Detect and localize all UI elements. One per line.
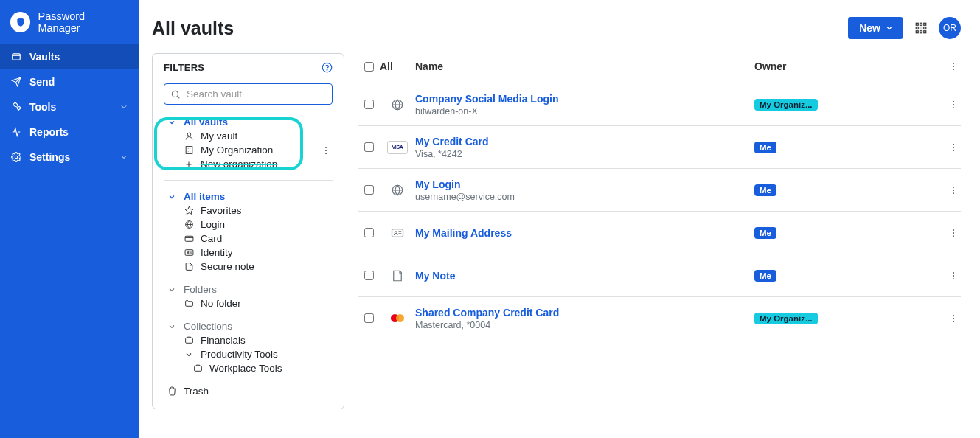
- filter-collection-financials[interactable]: Financials: [164, 333, 333, 347]
- row-options-button[interactable]: [946, 97, 961, 112]
- filter-folders-header[interactable]: Folders: [164, 282, 333, 296]
- search-input[interactable]: [164, 83, 333, 105]
- filter-all-items[interactable]: All items: [164, 190, 333, 204]
- nav-item-settings[interactable]: Settings: [0, 145, 139, 170]
- nav-item-tools[interactable]: Tools: [0, 94, 139, 119]
- search-icon: [170, 89, 181, 100]
- item-link[interactable]: My Credit Card: [415, 136, 754, 147]
- filter-secure-note[interactable]: Secure note: [164, 260, 333, 274]
- globe-icon: [183, 220, 195, 229]
- chevron-down-icon: [183, 350, 195, 359]
- row-checkbox[interactable]: [364, 142, 374, 152]
- row-options-button[interactable]: [946, 268, 961, 283]
- filter-all-vaults[interactable]: All vaults: [164, 115, 333, 129]
- table-row: VISA My Credit Card Visa, *4242 Me: [358, 125, 961, 168]
- page-title: All vaults: [152, 18, 234, 39]
- row-checkbox[interactable]: [364, 271, 374, 280]
- divider: [164, 180, 333, 181]
- new-button[interactable]: New: [848, 17, 903, 39]
- filter-trash[interactable]: Trash: [164, 384, 333, 398]
- row-checkbox-cell: [358, 185, 380, 195]
- item-link[interactable]: My Login: [415, 178, 754, 190]
- filter-collections-header[interactable]: Collections: [164, 319, 333, 333]
- row-options-button[interactable]: [946, 226, 961, 240]
- filter-vault-options[interactable]: [321, 145, 333, 156]
- filter-identity[interactable]: Identity: [164, 246, 333, 260]
- row-options-button[interactable]: [946, 311, 961, 326]
- item-name-cell: Company Social Media Login bitwarden-on-…: [415, 93, 754, 117]
- item-link[interactable]: Shared Company Credit Card: [415, 307, 754, 319]
- header-options[interactable]: [946, 59, 961, 74]
- row-checkbox-cell: [358, 142, 380, 152]
- filter-card[interactable]: Card: [164, 232, 333, 246]
- svg-point-49: [953, 318, 954, 319]
- filter-label: All vaults: [184, 117, 228, 128]
- owner-badge: Me: [754, 227, 776, 239]
- item-name-cell: Shared Company Credit Card Mastercard, *…: [415, 307, 754, 330]
- row-checkbox[interactable]: [364, 313, 374, 323]
- svg-point-12: [327, 69, 327, 70]
- table-row: Shared Company Credit Card Mastercard, *…: [358, 296, 961, 339]
- identity-icon: [183, 248, 195, 257]
- nav-item-reports[interactable]: Reports: [0, 119, 139, 145]
- filter-new-organization[interactable]: New organization: [164, 157, 333, 171]
- gear-icon: [10, 152, 22, 162]
- item-owner-cell: My Organiz...: [754, 98, 946, 111]
- card-icon: [183, 234, 195, 243]
- svg-point-17: [325, 150, 327, 151]
- item-subtitle: bitwarden-on-X: [415, 106, 754, 117]
- item-link[interactable]: My Mailing Address: [415, 227, 754, 239]
- filter-collection-workplace[interactable]: Workplace Tools: [164, 361, 333, 375]
- item-link[interactable]: Company Social Media Login: [415, 93, 754, 105]
- item-link[interactable]: My Note: [415, 270, 754, 282]
- filter-header: FILTERS: [153, 54, 344, 80]
- row-checkbox[interactable]: [364, 185, 374, 195]
- svg-rect-10: [924, 31, 926, 33]
- item-owner-cell: Me: [754, 141, 946, 153]
- row-options-button[interactable]: [946, 183, 961, 198]
- svg-point-43: [953, 232, 954, 234]
- item-owner-cell: Me: [754, 269, 946, 282]
- filter-label: Card: [201, 233, 222, 244]
- help-icon[interactable]: [322, 62, 333, 73]
- header-all[interactable]: All: [380, 60, 415, 72]
- filter-my-vault[interactable]: My vault: [164, 129, 333, 143]
- filter-no-folder[interactable]: No folder: [164, 296, 333, 310]
- row-checkbox-cell: [358, 100, 380, 109]
- row-checkbox[interactable]: [364, 100, 374, 109]
- send-icon: [10, 77, 22, 87]
- avatar[interactable]: OR: [939, 17, 961, 39]
- nav-item-vaults[interactable]: Vaults: [0, 44, 139, 69]
- item-type-icon: [380, 312, 415, 325]
- svg-point-27: [953, 66, 954, 67]
- svg-point-13: [172, 91, 178, 97]
- table-row: My Note Me: [358, 254, 961, 296]
- select-all-checkbox[interactable]: [364, 62, 374, 72]
- filter-label: Favorites: [201, 205, 242, 216]
- filter-body: All vaults My vault My Organization: [153, 80, 344, 409]
- row-checkbox[interactable]: [364, 228, 374, 237]
- svg-rect-7: [924, 27, 926, 29]
- item-name-cell: My Login username@service.com: [415, 178, 754, 202]
- header-owner[interactable]: Owner: [754, 60, 946, 72]
- filter-section-collections: Collections Financials Productivity Tool…: [164, 319, 333, 375]
- svg-point-16: [325, 146, 327, 147]
- svg-rect-4: [924, 23, 926, 25]
- filter-collection-productivity[interactable]: Productivity Tools: [164, 347, 333, 361]
- row-options-button[interactable]: [946, 140, 961, 155]
- collection-icon: [183, 336, 195, 345]
- folder-icon: [183, 299, 195, 308]
- filter-my-organization[interactable]: My Organization: [164, 143, 333, 157]
- nav-item-send[interactable]: Send: [0, 69, 139, 94]
- header-checkbox: [358, 62, 380, 72]
- svg-point-38: [953, 190, 954, 191]
- generator-button[interactable]: [914, 21, 928, 35]
- header-name[interactable]: Name: [415, 60, 754, 72]
- item-name-cell: My Mailing Address: [415, 227, 754, 239]
- filter-label: Secure note: [201, 261, 254, 272]
- filter-label: Folders: [184, 284, 217, 295]
- filter-login[interactable]: Login: [164, 218, 333, 232]
- new-button-label: New: [859, 22, 880, 34]
- svg-point-39: [953, 192, 954, 194]
- filter-favorites[interactable]: Favorites: [164, 204, 333, 218]
